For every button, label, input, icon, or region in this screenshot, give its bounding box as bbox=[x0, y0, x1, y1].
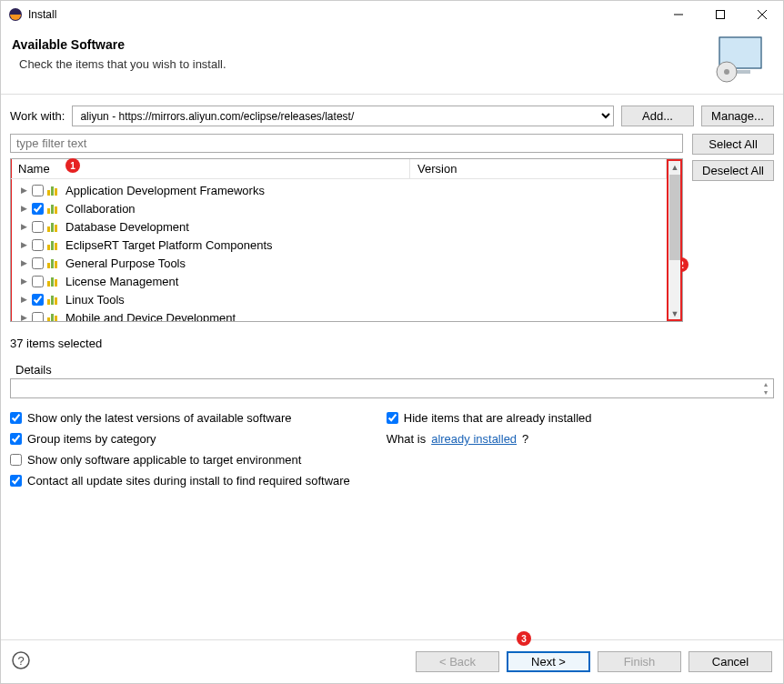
item-label: Application Development Frameworks bbox=[65, 184, 265, 197]
page-subtitle: Check the items that you wish to install… bbox=[19, 57, 714, 71]
category-icon bbox=[47, 185, 62, 196]
item-label: General Purpose Tools bbox=[65, 256, 186, 270]
work-with-label: Work with: bbox=[10, 109, 65, 123]
item-checkbox[interactable] bbox=[32, 185, 44, 196]
item-checkbox[interactable] bbox=[32, 221, 44, 233]
install-dialog: Install Available Software Check the ite… bbox=[0, 0, 784, 684]
window-controls bbox=[658, 1, 783, 28]
expand-icon[interactable]: ▶ bbox=[19, 295, 28, 304]
item-checkbox[interactable] bbox=[32, 239, 44, 251]
work-with-combo[interactable]: aliyun - https://mirrors.aliyun.com/ecli… bbox=[72, 106, 614, 126]
column-header-version[interactable]: Version bbox=[410, 159, 667, 178]
back-button: < Back bbox=[416, 651, 499, 672]
already-installed-link[interactable]: already installed bbox=[431, 432, 517, 446]
add-site-button[interactable]: Add... bbox=[621, 106, 694, 126]
expand-icon[interactable]: ▶ bbox=[19, 186, 28, 195]
item-checkbox[interactable] bbox=[32, 294, 44, 306]
category-icon bbox=[47, 294, 62, 305]
page-title: Available Software bbox=[12, 37, 714, 52]
details-label: Details bbox=[15, 363, 774, 377]
expand-icon[interactable]: ▶ bbox=[19, 204, 28, 213]
expand-icon[interactable]: ▶ bbox=[19, 313, 28, 321]
tree-item[interactable]: ▶Database Development bbox=[12, 217, 667, 236]
expand-icon[interactable]: ▶ bbox=[19, 240, 28, 249]
filter-input[interactable] bbox=[10, 134, 683, 153]
item-checkbox[interactable] bbox=[32, 257, 44, 269]
minimize-button[interactable] bbox=[658, 1, 699, 28]
option-target-environment[interactable]: Show only software applicable to target … bbox=[10, 453, 350, 467]
work-with-row: Work with: aliyun - https://mirrors.aliy… bbox=[10, 106, 774, 126]
annotation-badge-3: 3 bbox=[517, 631, 531, 646]
help-icon: ? bbox=[12, 651, 30, 669]
cancel-button[interactable]: Cancel bbox=[689, 651, 772, 672]
titlebar: Install bbox=[1, 1, 783, 28]
details-text[interactable]: ▴▾ bbox=[10, 378, 774, 398]
option-latest-only[interactable]: Show only the latest versions of availab… bbox=[10, 411, 350, 425]
item-checkbox[interactable] bbox=[32, 276, 44, 287]
category-icon bbox=[47, 239, 62, 250]
wizard-header: Available Software Check the items that … bbox=[1, 28, 783, 95]
item-label: Database Development bbox=[65, 220, 189, 234]
tree-item[interactable]: ▶Collaboration bbox=[12, 199, 667, 217]
tree-scrollbar[interactable]: ▲ ▼ bbox=[667, 159, 682, 321]
tree-item[interactable]: ▶Mobile and Device Development bbox=[12, 308, 667, 321]
category-icon bbox=[47, 276, 62, 287]
item-checkbox[interactable] bbox=[32, 312, 44, 322]
tree-item[interactable]: ▶General Purpose Tools bbox=[12, 254, 667, 272]
item-checkbox[interactable] bbox=[32, 203, 44, 215]
already-installed-hint: What is already installed ? bbox=[387, 432, 592, 446]
expand-icon[interactable]: ▶ bbox=[19, 222, 28, 231]
category-icon bbox=[47, 221, 62, 232]
install-banner-icon bbox=[714, 35, 767, 83]
finish-button: Finish bbox=[598, 651, 681, 672]
item-label: Linux Tools bbox=[65, 293, 125, 307]
option-group-by-category[interactable]: Group items by category bbox=[10, 432, 350, 446]
svg-text:?: ? bbox=[17, 654, 24, 668]
deselect-all-button[interactable]: Deselect All bbox=[692, 160, 774, 181]
expand-icon[interactable]: ▶ bbox=[19, 277, 28, 286]
software-tree: 1 2 Name Version ▶Application Developmen… bbox=[10, 158, 683, 322]
item-label: Mobile and Device Development bbox=[65, 311, 236, 322]
expand-icon[interactable]: ▶ bbox=[19, 258, 28, 267]
wizard-footer: 3 ? < Back Next > Finish Cancel bbox=[1, 639, 783, 683]
tree-item[interactable]: ▶Linux Tools bbox=[12, 290, 667, 308]
tree-item[interactable]: ▶Application Development Frameworks bbox=[12, 181, 667, 199]
category-icon bbox=[47, 312, 62, 321]
annotation-badge-1: 1 bbox=[65, 158, 80, 173]
eclipse-icon bbox=[8, 7, 23, 22]
option-hide-installed[interactable]: Hide items that are already installed bbox=[387, 411, 592, 425]
help-button[interactable]: ? bbox=[12, 651, 30, 672]
manage-sites-button[interactable]: Manage... bbox=[701, 106, 774, 126]
scroll-up-icon[interactable]: ▲ bbox=[668, 159, 682, 175]
window-title: Install bbox=[28, 8, 658, 21]
tree-item[interactable]: ▶License Management bbox=[12, 272, 667, 290]
category-icon bbox=[47, 257, 62, 268]
scrollbar-thumb[interactable] bbox=[669, 175, 680, 260]
svg-point-9 bbox=[724, 69, 729, 75]
option-contact-all-sites[interactable]: Contact all update sites during install … bbox=[10, 474, 350, 488]
tree-item[interactable]: ▶EclipseRT Target Platform Components bbox=[12, 236, 667, 254]
maximize-button[interactable] bbox=[699, 1, 741, 28]
selection-status: 37 items selected bbox=[10, 331, 774, 359]
scroll-down-icon[interactable]: ▼ bbox=[668, 306, 682, 321]
item-label: License Management bbox=[65, 275, 178, 288]
svg-rect-2 bbox=[717, 11, 725, 19]
item-label: EclipseRT Target Platform Components bbox=[65, 238, 273, 252]
select-all-button[interactable]: Select All bbox=[692, 134, 774, 155]
item-label: Collaboration bbox=[65, 202, 136, 216]
category-icon bbox=[47, 203, 62, 214]
next-button[interactable]: Next > bbox=[507, 651, 590, 672]
close-button[interactable] bbox=[741, 1, 783, 28]
